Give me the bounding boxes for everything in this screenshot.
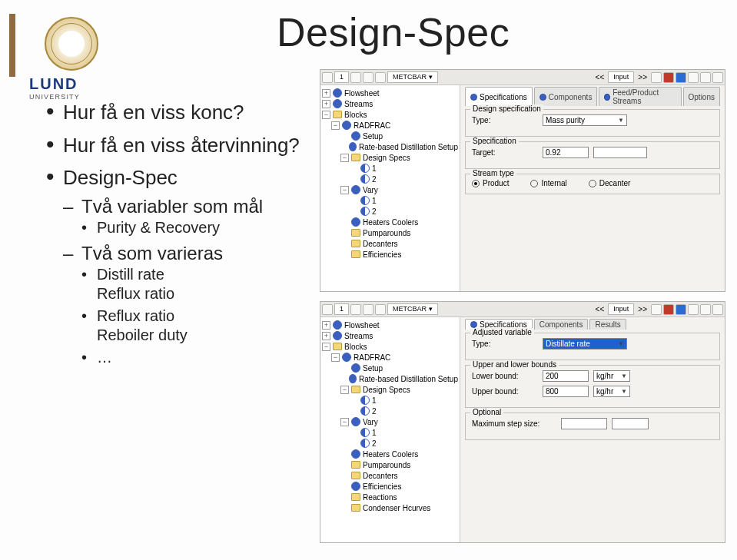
tab-results[interactable]: Results: [589, 319, 626, 330]
minus-icon[interactable]: −: [340, 154, 349, 162]
check-icon: [351, 482, 360, 491]
tree-rea[interactable]: Reactions: [363, 493, 397, 502]
tool-icon[interactable]: [688, 304, 699, 315]
tree-v-2[interactable]: 2: [372, 207, 377, 216]
plus-icon[interactable]: +: [322, 100, 330, 108]
tool-icon[interactable]: [700, 304, 711, 315]
minus-icon[interactable]: −: [331, 353, 340, 362]
tool-icon[interactable]: [688, 72, 699, 83]
tree-v-2[interactable]: 2: [372, 439, 377, 448]
minus-icon[interactable]: −: [331, 121, 340, 130]
tool-icon[interactable]: [375, 304, 386, 315]
tree-v-1[interactable]: 1: [372, 197, 377, 205]
nav-back-icon[interactable]: [322, 72, 333, 83]
radio-decanter[interactable]: Decanter: [589, 179, 631, 187]
run-icon[interactable]: [676, 304, 686, 315]
nav-fwd-icon[interactable]: [350, 72, 361, 83]
nav-select[interactable]: Input: [608, 303, 634, 315]
nav-next[interactable]: >>: [636, 73, 649, 81]
tree-eff[interactable]: Efficiencies: [363, 482, 401, 491]
tree-dec[interactable]: Decanters: [363, 472, 398, 480]
units-select[interactable]: METCBAR ▾: [387, 71, 438, 83]
tree-setup[interactable]: Setup: [363, 364, 383, 373]
lower-bound-unit[interactable]: kg/hr▼: [593, 370, 630, 382]
tree-designspecs[interactable]: Design Specs: [363, 386, 410, 394]
tree-dec[interactable]: Decanters: [363, 240, 398, 248]
plus-icon[interactable]: +: [322, 332, 330, 340]
tree-v-1[interactable]: 1: [372, 429, 377, 437]
tree-flowsheet[interactable]: Flowsheet: [344, 89, 380, 98]
plus-icon[interactable]: +: [322, 321, 330, 330]
stop-icon[interactable]: [663, 304, 674, 315]
tree-pa[interactable]: Pumparounds: [363, 461, 410, 469]
minus-icon[interactable]: −: [340, 186, 349, 194]
tree-pa[interactable]: Pumparounds: [363, 229, 410, 237]
nav-back-icon[interactable]: [322, 304, 333, 315]
lower-bound-input[interactable]: [543, 370, 589, 382]
tree-blocks[interactable]: Blocks: [344, 111, 367, 119]
tree-setup[interactable]: Setup: [363, 132, 383, 141]
form-bottom: Specifications Components Results Adjust…: [460, 317, 725, 542]
tree-designspecs[interactable]: Design Specs: [363, 154, 410, 162]
upper-bound-input[interactable]: [543, 386, 589, 397]
tool-icon[interactable]: [363, 72, 373, 83]
tree-blocks[interactable]: Blocks: [344, 343, 367, 351]
run-icon[interactable]: [676, 72, 686, 83]
max-step-unit[interactable]: [612, 418, 649, 429]
tab-components[interactable]: Components: [534, 319, 589, 330]
tool-icon[interactable]: [651, 72, 662, 83]
tree-vary[interactable]: Vary: [363, 418, 378, 426]
units-select[interactable]: METCBAR ▾: [387, 303, 438, 315]
stop-icon[interactable]: [663, 72, 674, 83]
tool-icon[interactable]: [375, 72, 386, 83]
tree-ds-2[interactable]: 2: [372, 175, 377, 184]
tree-vary[interactable]: Vary: [363, 186, 378, 194]
nav-fwd-icon[interactable]: [350, 304, 361, 315]
tab-specifications[interactable]: Specifications: [465, 87, 533, 106]
tab-feed-product-streams[interactable]: Feed/Product Streams: [599, 87, 681, 106]
radio-internal[interactable]: Internal: [530, 179, 566, 187]
tool-icon[interactable]: [651, 304, 662, 315]
tree-streams[interactable]: Streams: [344, 100, 373, 108]
plus-icon[interactable]: +: [322, 89, 330, 98]
tree-eff[interactable]: Efficiencies: [363, 250, 401, 259]
counter-field[interactable]: 1: [334, 71, 349, 83]
folder-icon: [333, 343, 342, 350]
minus-icon[interactable]: −: [322, 111, 330, 119]
minus-icon[interactable]: −: [340, 386, 349, 394]
minus-icon[interactable]: −: [322, 343, 330, 351]
tree-ds-2[interactable]: 2: [372, 407, 377, 416]
tree-ds-1[interactable]: 1: [372, 396, 377, 405]
tool-icon[interactable]: [700, 72, 711, 83]
tree-ch[interactable]: Condenser Hcurves: [363, 504, 430, 512]
tree-rbds[interactable]: Rate-based Distillation Setup: [359, 375, 458, 383]
tree-ds-1[interactable]: 1: [372, 164, 377, 173]
tab-options[interactable]: Options: [683, 87, 720, 106]
minus-icon[interactable]: −: [340, 418, 349, 426]
target-units-input[interactable]: [593, 147, 647, 158]
tree-radfrac[interactable]: RADFRAC: [354, 121, 390, 130]
tool-icon[interactable]: [363, 304, 373, 315]
tree-rbds[interactable]: Rate-based Distillation Setup: [359, 143, 458, 151]
tab-components[interactable]: Components: [534, 87, 598, 106]
tool-icon[interactable]: [712, 304, 723, 315]
radio-product[interactable]: Product: [472, 179, 509, 187]
tree-radfrac[interactable]: RADFRAC: [354, 353, 390, 362]
nav-prev[interactable]: <<: [593, 73, 607, 81]
tool-icon[interactable]: [712, 72, 723, 83]
nav-tree-top[interactable]: +Flowsheet +Streams −Blocks −RADFRAC Set…: [320, 85, 460, 291]
nav-select[interactable]: Input: [608, 71, 634, 83]
upper-bound-unit[interactable]: kg/hr▼: [593, 386, 630, 397]
target-input[interactable]: [543, 147, 589, 158]
nav-tree-bottom[interactable]: +Flowsheet +Streams −Blocks −RADFRAC Set…: [320, 317, 460, 542]
tree-hc[interactable]: Heaters Coolers: [363, 218, 418, 227]
nav-next[interactable]: >>: [636, 305, 649, 313]
max-step-input[interactable]: [561, 418, 607, 429]
tree-hc[interactable]: Heaters Coolers: [363, 450, 418, 459]
nav-prev[interactable]: <<: [593, 305, 607, 313]
counter-field[interactable]: 1: [334, 303, 349, 315]
type-select[interactable]: Mass purity▼: [543, 114, 627, 126]
type-select-b[interactable]: Distillate rate▼: [543, 338, 627, 350]
tree-streams[interactable]: Streams: [344, 332, 373, 340]
tree-flowsheet[interactable]: Flowsheet: [344, 321, 380, 330]
